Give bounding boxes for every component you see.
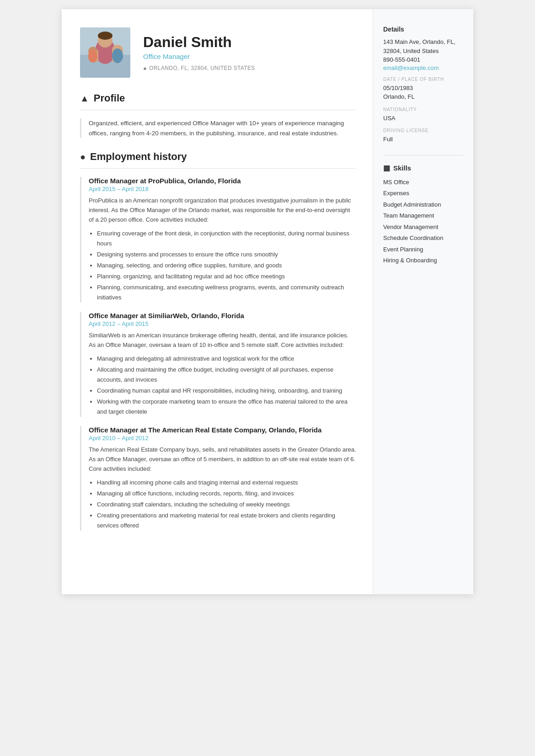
profile-section: ▲ Profile Organized, efficient, and expe… [80, 92, 356, 138]
job-bullet-0-1: Designing systems and processes to ensur… [97, 250, 356, 260]
details-title: Details [383, 26, 463, 33]
sidebar-phone: 890-555-0401 [383, 55, 463, 64]
skills-container: MS OfficeExpensesBudget AdministrationTe… [383, 178, 463, 265]
main-content: Daniel Smith Office Manager ● ORLANDO, F… [62, 9, 373, 594]
resume-document: Daniel Smith Office Manager ● ORLANDO, F… [62, 9, 473, 594]
job-title-1: Office Manager at SimiliarWeb, Orlando, … [89, 312, 356, 319]
job-bullet-2-2: Coordinating staff calendars, including … [97, 500, 356, 510]
job-item-2: Office Manager at The American Real Esta… [80, 426, 356, 531]
header-info: Daniel Smith Office Manager ● ORLANDO, F… [143, 34, 356, 72]
job-date-1: April 2012 – April 2015 [89, 320, 356, 327]
job-date-0: April 2015 – April 2018 [89, 186, 356, 192]
job-title-2: Office Manager at The American Real Esta… [89, 426, 356, 434]
profile-text-wrap: Organized, efficient, and experienced Of… [80, 118, 356, 138]
job-bullet-1-0: Managing and delegating all administrati… [97, 354, 356, 364]
sidebar-driving: Full [383, 135, 463, 144]
job-bullet-1-1: Allocating and maintaining the office bu… [97, 365, 356, 385]
job-bullets-1: Managing and delegating all administrati… [89, 354, 356, 417]
svg-point-4 [98, 32, 112, 40]
skill-item-2: Budget Administration [383, 200, 463, 209]
resume-header: Daniel Smith Office Manager ● ORLANDO, F… [80, 27, 356, 78]
job-bullet-2-1: Managing all office functions, including… [97, 489, 356, 499]
job-description-0: ProPublica is an American nonprofit orga… [89, 196, 356, 224]
jobs-container: Office Manager at ProPublica, Orlando, F… [80, 177, 356, 531]
skill-item-0: MS Office [383, 178, 463, 187]
details-section: Details 143 Main Ave, Orlando, FL, 32804… [383, 26, 463, 144]
candidate-name: Daniel Smith [143, 34, 356, 51]
job-bullet-0-4: Planning, communicating, and executing w… [97, 282, 356, 303]
employment-divider [80, 168, 356, 169]
job-bullet-1-3: Working with the corporate marketing tea… [97, 397, 356, 417]
sidebar-address: 143 Main Ave, Orlando, FL, 32804, United… [383, 37, 463, 55]
skills-icon: ▩ [383, 164, 390, 172]
job-item-1: Office Manager at SimiliarWeb, Orlando, … [80, 312, 356, 417]
candidate-title: Office Manager [143, 53, 356, 60]
job-bullet-2-3: Creating presentations and marketing mat… [97, 511, 356, 531]
skill-item-6: Event Planning [383, 245, 463, 254]
job-bullet-0-3: Planning, organizing, and facilitating r… [97, 272, 356, 282]
job-title-0: Office Manager at ProPublica, Orlando, F… [89, 177, 356, 185]
location-icon: ● [143, 65, 147, 72]
nationality-label: NATIONALITY [383, 107, 463, 112]
driving-label: DRIVING LICENSE [383, 128, 463, 133]
job-bullet-0-0: Ensuring coverage of the front desk, in … [97, 229, 356, 249]
skill-item-3: Team Management [383, 211, 463, 220]
job-item-0: Office Manager at ProPublica, Orlando, F… [80, 177, 356, 303]
sidebar-email[interactable]: email@example.com [383, 64, 463, 71]
skills-title: ▩ Skills [383, 164, 463, 172]
employment-title: Employment history [90, 151, 187, 163]
sidebar-divider [383, 155, 463, 155]
job-bullet-0-2: Managing, selecting, and ordering office… [97, 261, 356, 271]
job-bullets-0: Ensuring coverage of the front desk, in … [89, 229, 356, 303]
skills-section: ▩ Skills MS OfficeExpensesBudget Adminis… [383, 164, 463, 265]
svg-point-8 [112, 48, 123, 63]
sidebar-dob-place: Orlando, FL [383, 92, 463, 101]
job-date-2: April 2010 – April 2012 [89, 435, 356, 442]
job-bullets-2: Handling all incoming phone calls and tr… [89, 478, 356, 531]
profile-text: Organized, efficient, and experienced Of… [89, 118, 356, 138]
profile-title: Profile [94, 92, 125, 104]
profile-icon: ▲ [80, 93, 89, 104]
job-bullet-1-2: Coordinating human capital and HR respon… [97, 386, 356, 396]
svg-point-10 [88, 50, 97, 63]
profile-divider [80, 110, 356, 110]
sidebar-nationality: USA [383, 114, 463, 123]
job-bullet-2-0: Handling all incoming phone calls and tr… [97, 478, 356, 488]
avatar [80, 27, 130, 78]
skill-item-5: Schedule Coordination [383, 234, 463, 243]
skill-item-4: Vendor Management [383, 223, 463, 232]
job-description-2: The American Real Estate Company buys, s… [89, 445, 356, 474]
sidebar: Details 143 Main Ave, Orlando, FL, 32804… [373, 9, 473, 594]
skill-item-7: Hiring & Onboarding [383, 256, 463, 265]
candidate-location: ● ORLANDO, FL, 32804, UNITED STATES [143, 65, 356, 72]
sidebar-dob: 05/10/1983 [383, 84, 463, 93]
profile-section-header: ▲ Profile [80, 92, 356, 104]
skill-item-1: Expenses [383, 189, 463, 198]
job-description-1: SimiliarWeb is an American insurance bro… [89, 331, 356, 350]
dob-label: DATE / PLACE OF BIRTH [383, 77, 463, 82]
employment-icon: ● [80, 152, 86, 162]
employment-section-header: ● Employment history [80, 151, 356, 163]
employment-section: ● Employment history Office Manager at P… [80, 151, 356, 531]
